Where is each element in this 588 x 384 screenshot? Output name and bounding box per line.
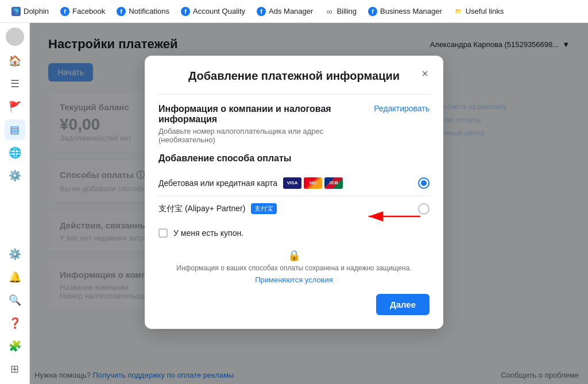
visa-icon: VISA [283,177,301,189]
nav-dolphin-label: Dolphin [24,7,49,15]
card-radio-button[interactable] [418,177,430,189]
coupon-label: У меня есть купон. [173,228,243,238]
company-section: Информация о компании и налоговая информ… [158,94,430,144]
nav-facebook-label: Facebook [72,7,105,15]
payment-option-alipay[interactable]: 支付宝 (Alipay+ Partner) 支付宝 [158,196,430,222]
company-section-desc: Добавьте номер налогоплательщика или адр… [158,127,374,144]
main-layout: 🏠 ☰ 🚩 ▤ 🌐 ⚙️ ⚙️ 🔔 🔍 ❓ 🧩 ⊞ Настройки плат… [0,23,588,384]
top-navigation: 🐬 Dolphin f Facebook f Notifications f A… [0,0,588,23]
sidebar-globe-icon[interactable]: 🌐 [5,142,25,163]
sidebar-settings-icon[interactable]: ⚙️ [5,244,25,265]
mastercard-icon: MC [304,177,322,189]
modal-title: Добавление платежной информации [158,69,430,83]
modal-close-button[interactable]: × [416,65,434,83]
next-button[interactable]: Далее [376,294,430,315]
sidebar-search-icon[interactable]: 🔍 [5,290,25,311]
jcb-icon: JCB [324,177,343,189]
alipay-option-label: 支付宝 (Alipay+ Partner) [158,204,245,214]
nav-notifications-label: Notifications [129,7,169,15]
company-section-content: Информация о компании и налоговая информ… [158,104,374,144]
sidebar-home-icon[interactable]: 🏠 [5,51,25,71]
payment-modal: × Добавление платежной информации Информ… [145,56,443,329]
card-icons: VISA MC JCB [283,177,343,189]
nav-dolphin[interactable]: 🐬 Dolphin [7,5,53,18]
terms-link[interactable]: Применяются условия [255,276,333,284]
lock-icon: 🔒 [158,249,430,262]
sidebar: 🏠 ☰ 🚩 ▤ 🌐 ⚙️ ⚙️ 🔔 🔍 ❓ 🧩 ⊞ [0,23,30,384]
nav-useful-links[interactable]: 📁 Useful links [449,5,508,18]
sidebar-menu-icon[interactable]: ☰ [5,73,25,94]
avatar [6,28,24,46]
sidebar-bars-icon[interactable]: ▤ [5,119,25,140]
payment-option-card-left: Дебетовая или кредитная карта VISA MC JC… [158,177,343,189]
sidebar-bell-icon[interactable]: 🔔 [5,267,25,288]
sidebar-help-icon[interactable]: ❓ [5,313,25,333]
alipay-radio-button[interactable] [418,203,430,215]
content-area: Настройки платежей Александра Карпова (5… [30,23,588,384]
account-quality-icon: f [181,7,190,16]
payment-option-card[interactable]: Дебетовая или кредитная карта VISA MC JC… [158,170,430,196]
company-section-title: Информация о компании и налоговая информ… [158,104,374,125]
company-section-header: Информация о компании и налоговая информ… [158,104,430,144]
sidebar-puzzle-icon[interactable]: 🧩 [5,336,25,356]
coupon-row: У меня есть купон. [158,222,430,245]
folder-icon: 📁 [454,7,463,16]
payment-section-title: Добавление способа оплаты [158,153,430,164]
nav-useful-links-label: Useful links [466,7,504,15]
modal-backdrop: × Добавление платежной информации Информ… [30,23,588,384]
payment-method-section: Добавление способа оплаты Дебетовая или … [158,153,430,222]
sidebar-grid-icon[interactable]: ⊞ [5,359,25,379]
security-text: Информация о ваших способах оплаты сохра… [158,264,430,272]
notifications-icon: f [117,7,126,16]
dolphin-icon: 🐬 [11,7,21,16]
alipay-icon: 支付宝 [251,203,277,214]
nav-billing-label: Billing [336,7,357,15]
ads-manager-icon: f [257,7,266,16]
modal-footer: 🔒 Информация о ваших способах оплаты сох… [158,245,430,285]
nav-ads-manager-label: Ads Manager [269,7,313,15]
nav-business-manager[interactable]: f Business Manager [363,5,447,18]
nav-business-manager-label: Business Manager [380,7,442,15]
nav-billing[interactable]: ∞ Billing [320,5,361,18]
business-manager-icon: f [368,7,377,16]
coupon-checkbox[interactable] [158,228,168,238]
edit-link[interactable]: Редактировать [374,104,430,113]
nav-account-quality-label: Account Quality [193,7,245,15]
card-option-label: Дебетовая или кредитная карта [158,179,277,188]
sidebar-flag-icon[interactable]: 🚩 [5,96,25,117]
nav-notifications[interactable]: f Notifications [112,5,174,18]
sidebar-gear-icon[interactable]: ⚙️ [5,165,25,186]
nav-facebook[interactable]: f Facebook [56,5,110,18]
payment-option-alipay-left: 支付宝 (Alipay+ Partner) 支付宝 [158,203,277,214]
nav-account-quality[interactable]: f Account Quality [176,5,250,18]
billing-icon: ∞ [324,7,334,16]
modal-actions: Далее [158,294,430,315]
facebook-icon: f [60,7,69,16]
nav-ads-manager[interactable]: f Ads Manager [252,5,318,18]
